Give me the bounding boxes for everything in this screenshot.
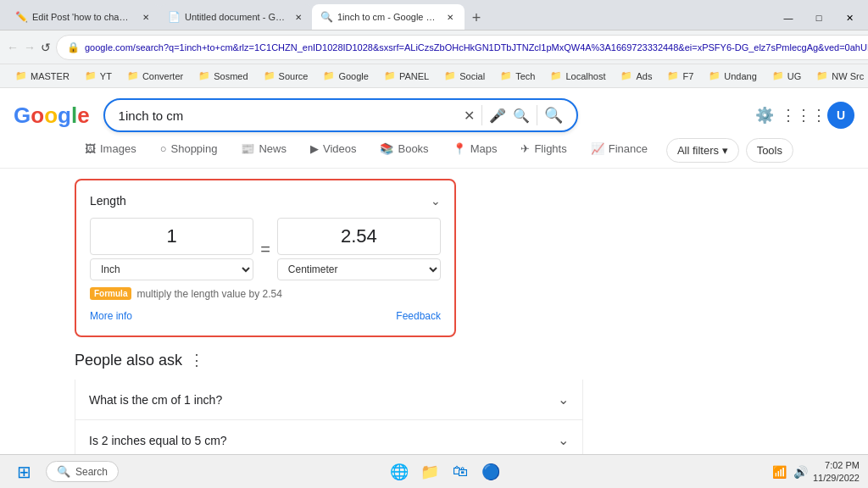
voice-search-icon[interactable]: 🎤 (489, 108, 506, 124)
tab-news[interactable]: 📰 News (231, 136, 297, 164)
taskbar-explorer-icon[interactable]: 📁 (416, 458, 443, 485)
bookmark-ug[interactable]: 📁 UG (765, 67, 809, 86)
tab3-label: 1inch to cm - Google Search (337, 12, 437, 22)
tab-videos[interactable]: ▶ Videos (300, 136, 367, 164)
from-unit-select[interactable]: Inch Centimeter Meter Foot (90, 258, 253, 280)
books-icon: 📚 (380, 142, 393, 155)
forward-button[interactable]: → (24, 36, 36, 59)
formula-text: multiply the length value by 2.54 (136, 288, 281, 300)
search-divider (481, 105, 482, 125)
tab-3[interactable]: 🔍 1inch to cm - Google Search ✕ (312, 4, 465, 30)
tab-finance[interactable]: 📈 Finance (581, 136, 658, 164)
to-unit-select[interactable]: Centimeter Inch Meter Foot (277, 258, 441, 280)
minimize-button[interactable]: — (776, 9, 800, 26)
taskbar-right: 📶 🔊 7:02 PM 11/29/2022 (772, 459, 860, 484)
reload-button[interactable]: ↺ (41, 36, 51, 59)
taskbar-date-display: 11/29/2022 (813, 472, 860, 484)
converter-dropdown-icon[interactable]: ⌄ (431, 194, 441, 208)
widget-footer: More info Feedback (90, 310, 441, 322)
results-area: Length ⌄ Inch Centimeter Meter Foot = (0, 169, 868, 454)
url-text: google.com/search?q=1inch+to+cm&rlz=1C1C… (85, 42, 868, 53)
converter-inputs: Inch Centimeter Meter Foot = Centimeter … (90, 218, 441, 280)
url-bar[interactable]: 🔒 google.com/search?q=1inch+to+cm&rlz=1C… (56, 35, 868, 60)
bookmark-sosmed[interactable]: 📁 Sosmed (192, 67, 254, 86)
tab-1[interactable]: ✏️ Edit Post 'how to change margi... ✕ (7, 4, 159, 30)
paa-chevron-1: ⌄ (558, 391, 569, 408)
tab-flights[interactable]: ✈ Flights (510, 136, 576, 164)
tab1-close[interactable]: ✕ (141, 10, 151, 24)
from-value-input[interactable] (90, 218, 253, 255)
user-avatar[interactable]: U (827, 102, 854, 129)
settings-icon[interactable]: ⚙️ (749, 100, 780, 130)
back-button[interactable]: ← (7, 36, 19, 59)
input-group-from: Inch Centimeter Meter Foot (90, 218, 253, 280)
paa-chevron-2: ⌄ (558, 432, 569, 448)
paa-header: People also ask ⋮ (75, 351, 583, 369)
bookmark-ads[interactable]: 📁 Ads (614, 67, 659, 86)
formula-badge: Formula (90, 287, 131, 300)
google-header: Google ✕ 🎤 🔍 🔍 ⚙️ ⋮⋮⋮ U (0, 88, 868, 132)
taskbar-edge-icon[interactable]: 🌐 (386, 458, 413, 485)
flights-icon: ✈ (520, 142, 530, 155)
converter-feedback-link[interactable]: Feedback (396, 310, 441, 322)
all-filters-button[interactable]: All filters ▾ (666, 138, 739, 163)
bookmark-source[interactable]: 📁 Source (257, 67, 315, 86)
maximize-button[interactable]: □ (807, 9, 831, 26)
wifi-icon: 📶 (772, 465, 787, 479)
bookmark-localhost[interactable]: 📁 Localhost (543, 67, 612, 86)
taskbar-time-display: 7:02 PM (813, 459, 860, 471)
converter-header: Length ⌄ (90, 194, 441, 208)
tab3-close[interactable]: ✕ (445, 10, 456, 24)
bookmark-yt[interactable]: 📁 YT (78, 67, 119, 86)
converter-formula: Formula multiply the length value by 2.5… (90, 287, 441, 300)
tab-images[interactable]: 🖼 Images (75, 136, 147, 164)
bookmark-panel[interactable]: 📁 PANEL (377, 67, 436, 86)
bookmark-tech[interactable]: 📁 Tech (493, 67, 542, 86)
paa-item-2[interactable]: Is 2 inches equal to 5 cm? ⌄ (75, 420, 583, 454)
paa-item-1[interactable]: What is the cm of 1 inch? ⌄ (75, 380, 583, 420)
taskbar-search[interactable]: 🔍 Search (46, 461, 119, 482)
tab2-close[interactable]: ✕ (293, 10, 303, 24)
tab-filters: All filters ▾ Tools (666, 138, 793, 163)
lock-icon: 🔒 (67, 42, 80, 53)
more-info-link[interactable]: More info (90, 310, 132, 322)
tab-2[interactable]: 📄 Untitled document - Google Do... ✕ (159, 4, 312, 30)
tab1-label: Edit Post 'how to change margi... (32, 12, 132, 22)
shopping-icon: ○ (160, 142, 167, 155)
taskbar-chrome-icon[interactable]: 🔵 (477, 458, 504, 485)
tab-shopping[interactable]: ○ Shopping (150, 136, 228, 164)
tab2-label: Untitled document - Google Do... (185, 12, 285, 22)
search-input[interactable] (119, 108, 457, 123)
close-button[interactable]: ✕ (837, 9, 861, 26)
lens-search-icon[interactable]: 🔍 (513, 108, 530, 124)
tab2-favicon: 📄 (168, 11, 180, 23)
finance-icon: 📈 (591, 142, 604, 155)
paa-menu-icon[interactable]: ⋮ (189, 351, 204, 369)
taskbar-store-icon[interactable]: 🛍 (447, 458, 474, 485)
start-button[interactable]: ⊞ (8, 457, 39, 487)
tab-bar: ✏️ Edit Post 'how to change margi... ✕ 📄… (0, 0, 868, 30)
taskbar-search-icon: 🔍 (57, 465, 70, 478)
address-bar: ← → ↺ 🔒 google.com/search?q=1inch+to+cm&… (0, 30, 868, 64)
tab-maps[interactable]: 📍 Maps (442, 136, 508, 164)
tools-button[interactable]: Tools (746, 138, 793, 163)
tab3-favicon: 🔍 (320, 11, 332, 23)
bookmark-f7[interactable]: 📁 F7 (660, 67, 700, 86)
bookmark-undang[interactable]: 📁 Undang (702, 67, 764, 86)
new-tab-button[interactable]: + (465, 6, 488, 30)
to-value-input[interactable] (277, 218, 441, 255)
clear-search-icon[interactable]: ✕ (464, 108, 475, 124)
bookmark-converter[interactable]: 📁 Converter (120, 67, 190, 86)
bookmark-social[interactable]: 📁 Social (437, 67, 492, 86)
apps-icon[interactable]: ⋮⋮⋮ (788, 100, 819, 130)
main-content: Google ✕ 🎤 🔍 🔍 ⚙️ ⋮⋮⋮ U (0, 88, 868, 454)
tab1-favicon: ✏️ (15, 11, 27, 23)
search-divider2 (537, 105, 537, 125)
search-submit-icon[interactable]: 🔍 (544, 106, 563, 125)
taskbar: ⊞ 🔍 Search 🌐 📁 🛍 🔵 📶 🔊 7:02 PM 11/29/202… (0, 454, 868, 488)
bookmark-master[interactable]: 📁 MASTER (8, 67, 76, 86)
equals-sign: = (260, 240, 270, 259)
bookmark-nwsrc[interactable]: 📁 NW Src (810, 67, 868, 86)
tab-books[interactable]: 📚 Books (370, 136, 438, 164)
bookmark-google[interactable]: 📁 Google (316, 67, 375, 86)
